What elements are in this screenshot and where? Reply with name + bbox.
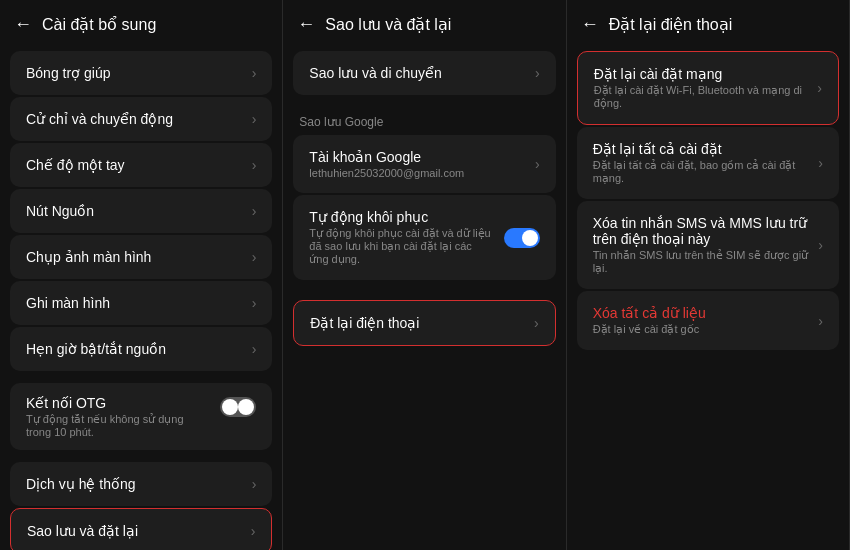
dat-lai-mang-block: Đặt lại cài đặt mạng Đặt lại cài đặt Wi-… bbox=[594, 66, 818, 110]
divider3 bbox=[283, 97, 565, 105]
xoa-du-lieu-block: Xóa tất cả dữ liệu Đặt lại về cài đặt gố… bbox=[593, 305, 819, 336]
xoa-tin-nhan-label: Xóa tin nhắn SMS và MMS lưu trữ trên điệ… bbox=[593, 215, 819, 247]
chevron-icon: › bbox=[534, 315, 539, 331]
xoa-tin-nhan-block: Xóa tin nhắn SMS và MMS lưu trữ trên điệ… bbox=[593, 215, 819, 275]
tu-dong-khoi-phuc-sub: Tự động khôi phục cài đặt và dữ liệu đã … bbox=[309, 227, 493, 266]
xoa-du-lieu-label: Xóa tất cả dữ liệu bbox=[593, 305, 819, 321]
panel1-content: Bóng trợ giúp › Cử chỉ và chuyển động › … bbox=[0, 45, 282, 550]
sidebar-item-bong-tro-giup[interactable]: Bóng trợ giúp › bbox=[10, 51, 272, 95]
panel-backup-reset: ← Sao lưu và đặt lại Sao lưu và di chuyể… bbox=[283, 0, 566, 550]
panel3-back-button[interactable]: ← bbox=[581, 14, 599, 35]
cu-chi-label: Cử chỉ và chuyển động bbox=[26, 111, 252, 127]
panel2-title: Sao lưu và đặt lại bbox=[325, 15, 451, 34]
sidebar-item-che-do-mot-tay[interactable]: Chế độ một tay › bbox=[10, 143, 272, 187]
chevron-icon: › bbox=[252, 111, 257, 127]
panel3-content: Đặt lại cài đặt mạng Đặt lại cài đặt Wi-… bbox=[567, 45, 849, 550]
divider2 bbox=[0, 452, 282, 460]
sidebar-item-dich-vu[interactable]: Dịch vụ hệ thống › bbox=[10, 462, 272, 506]
divider4 bbox=[283, 282, 565, 290]
dich-vu-label: Dịch vụ hệ thống bbox=[26, 476, 252, 492]
tai-khoan-google-label: Tài khoản Google bbox=[309, 149, 535, 165]
menu-item-tai-khoan-google[interactable]: Tài khoản Google lethuhien25032000@gmail… bbox=[293, 135, 555, 193]
chevron-icon: › bbox=[252, 341, 257, 357]
chevron-icon: › bbox=[818, 155, 823, 171]
chevron-icon: › bbox=[252, 65, 257, 81]
otg-label: Kết nối OTG bbox=[26, 395, 210, 411]
google-section-label: Sao lưu Google bbox=[283, 105, 565, 133]
sao-luu-label: Sao lưu và đặt lại bbox=[27, 523, 251, 539]
dat-lai-mang-label: Đặt lại cài đặt mạng bbox=[594, 66, 818, 82]
nut-nguon-label: Nút Nguồn bbox=[26, 203, 252, 219]
chevron-icon: › bbox=[252, 203, 257, 219]
sidebar-item-cu-chi[interactable]: Cử chỉ và chuyển động › bbox=[10, 97, 272, 141]
sidebar-item-chup-anh[interactable]: Chụp ảnh màn hình › bbox=[10, 235, 272, 279]
khoi-phuc-toggle[interactable] bbox=[504, 228, 540, 248]
chevron-icon: › bbox=[252, 249, 257, 265]
dat-lai-dt-label: Đặt lại điện thoại bbox=[310, 315, 534, 331]
panel-factory-reset: ← Đặt lại điện thoại Đặt lại cài đặt mạn… bbox=[567, 0, 850, 550]
otg-sub: Tự động tắt nếu không sử dụng trong 10 p… bbox=[26, 413, 210, 438]
menu-item-sao-luu-di-chuyen[interactable]: Sao lưu và di chuyển › bbox=[293, 51, 555, 95]
menu-item-tu-dong-khoi-phuc[interactable]: Tự động khôi phục Tự động khôi phục cài … bbox=[293, 195, 555, 280]
chevron-icon: › bbox=[817, 80, 822, 96]
dat-lai-mang-sub: Đặt lại cài đặt Wi-Fi, Bluetooth và mạng… bbox=[594, 84, 818, 110]
sao-luu-di-chuyen-label: Sao lưu và di chuyển bbox=[309, 65, 535, 81]
chevron-icon: › bbox=[252, 295, 257, 311]
google-text-block: Tài khoản Google lethuhien25032000@gmail… bbox=[309, 149, 535, 179]
chup-anh-label: Chụp ảnh màn hình bbox=[26, 249, 252, 265]
chevron-icon: › bbox=[252, 157, 257, 173]
panel3-title: Đặt lại điện thoại bbox=[609, 15, 733, 34]
hen-gio-label: Hẹn giờ bật/tắt nguồn bbox=[26, 341, 252, 357]
panel2-content: Sao lưu và di chuyển › Sao lưu Google Tà… bbox=[283, 45, 565, 550]
menu-item-dat-lai-dt[interactable]: Đặt lại điện thoại › bbox=[293, 300, 555, 346]
bong-tro-giup-label: Bóng trợ giúp bbox=[26, 65, 252, 81]
dat-lai-tat-ca-label: Đặt lại tất cả cài đặt bbox=[593, 141, 819, 157]
otg-text-block: Kết nối OTG Tự động tắt nếu không sử dụn… bbox=[26, 395, 210, 438]
sidebar-item-ket-noi-otg[interactable]: Kết nối OTG Tự động tắt nếu không sử dụn… bbox=[10, 383, 272, 450]
dat-lai-tat-ca-sub: Đặt lại tất cả cài đặt, bao gồm cả cài đ… bbox=[593, 159, 819, 185]
khoi-phuc-text-block: Tự động khôi phục Tự động khôi phục cài … bbox=[309, 209, 493, 266]
panel2-back-button[interactable]: ← bbox=[297, 14, 315, 35]
chevron-icon: › bbox=[818, 313, 823, 329]
chevron-icon: › bbox=[252, 476, 257, 492]
xoa-tin-nhan-sub: Tin nhắn SMS lưu trên thẻ SIM sẽ được gi… bbox=[593, 249, 819, 275]
chevron-icon: › bbox=[535, 65, 540, 81]
panel3-header: ← Đặt lại điện thoại bbox=[567, 0, 849, 45]
panel-additional-settings: ← Cài đặt bổ sung Bóng trợ giúp › Cử chỉ… bbox=[0, 0, 283, 550]
otg-toggle[interactable] bbox=[220, 397, 256, 417]
menu-item-xoa-tin-nhan[interactable]: Xóa tin nhắn SMS và MMS lưu trữ trên điệ… bbox=[577, 201, 839, 289]
chevron-icon: › bbox=[251, 523, 256, 539]
divider bbox=[0, 373, 282, 381]
chevron-icon: › bbox=[818, 237, 823, 253]
sidebar-item-sao-luu[interactable]: Sao lưu và đặt lại › bbox=[10, 508, 272, 550]
che-do-mot-tay-label: Chế độ một tay bbox=[26, 157, 252, 173]
panel2-header: ← Sao lưu và đặt lại bbox=[283, 0, 565, 45]
tu-dong-khoi-phuc-label: Tự động khôi phục bbox=[309, 209, 493, 225]
menu-item-xoa-tat-ca-du-lieu[interactable]: Xóa tất cả dữ liệu Đặt lại về cài đặt gố… bbox=[577, 291, 839, 350]
panel1-back-button[interactable]: ← bbox=[14, 14, 32, 35]
dat-lai-tat-ca-block: Đặt lại tất cả cài đặt Đặt lại tất cả cà… bbox=[593, 141, 819, 185]
tai-khoan-google-sub: lethuhien25032000@gmail.com bbox=[309, 167, 535, 179]
divider4b bbox=[283, 290, 565, 298]
sidebar-item-nut-nguon[interactable]: Nút Nguồn › bbox=[10, 189, 272, 233]
xoa-du-lieu-sub: Đặt lại về cài đặt gốc bbox=[593, 323, 819, 336]
sidebar-item-hen-gio[interactable]: Hẹn giờ bật/tắt nguồn › bbox=[10, 327, 272, 371]
panel1-title: Cài đặt bổ sung bbox=[42, 15, 156, 34]
menu-item-dat-lai-mang[interactable]: Đặt lại cài đặt mạng Đặt lại cài đặt Wi-… bbox=[577, 51, 839, 125]
sidebar-item-ghi-man-hinh[interactable]: Ghi màn hình › bbox=[10, 281, 272, 325]
ghi-man-hinh-label: Ghi màn hình bbox=[26, 295, 252, 311]
panel1-header: ← Cài đặt bổ sung bbox=[0, 0, 282, 45]
menu-item-dat-lai-tat-ca[interactable]: Đặt lại tất cả cài đặt Đặt lại tất cả cà… bbox=[577, 127, 839, 199]
chevron-icon: › bbox=[535, 156, 540, 172]
